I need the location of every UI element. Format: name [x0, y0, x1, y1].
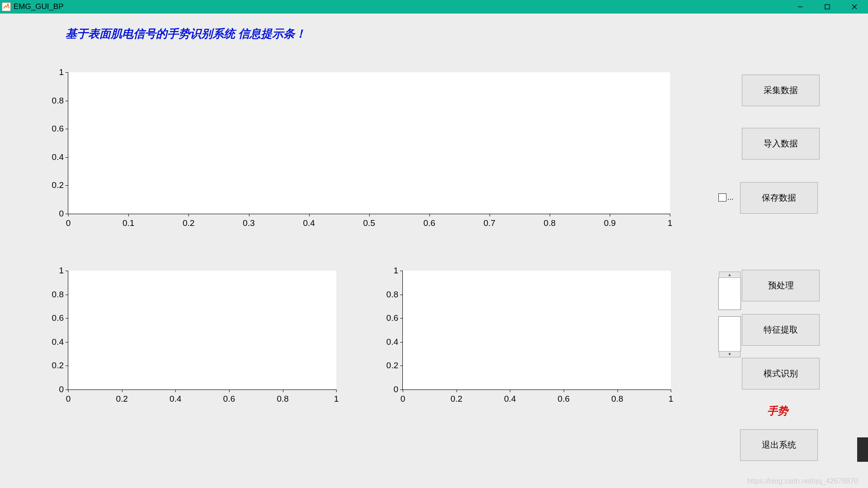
watermark-text: https://blog.csdn.net/qq_42676870 — [747, 477, 858, 485]
ytick: 1 — [393, 266, 403, 276]
pattern-recognize-button[interactable]: 模式识别 — [742, 358, 820, 389]
checkbox-label: ... — [727, 193, 733, 202]
xtick: 0.8 — [544, 214, 556, 228]
xtick: 0.6 — [423, 214, 435, 228]
window-titlebar: EMG_GUI_BP — [0, 0, 868, 14]
xtick: 0.2 — [450, 389, 462, 404]
minimize-icon — [797, 4, 803, 10]
xtick: 1 — [669, 389, 674, 404]
xtick: 0 — [66, 389, 71, 404]
save-data-button[interactable]: 保存数据 — [740, 182, 818, 214]
axes-bottom-right[interactable]: 0 0.2 0.4 0.6 0.8 1 0 0.2 0.4 0.6 0.8 1 — [402, 271, 671, 390]
close-icon — [851, 4, 858, 10]
ytick: 0.4 — [387, 337, 403, 347]
ytick: 1 — [59, 67, 68, 77]
ytick: 0.8 — [52, 290, 68, 300]
ytick: 0.4 — [52, 152, 68, 162]
window-controls — [787, 0, 868, 14]
window-title: EMG_GUI_BP — [14, 2, 64, 11]
listbox-2[interactable]: ▼ — [718, 316, 741, 352]
xtick: 0.3 — [243, 214, 255, 228]
chevron-up-icon[interactable]: ▲ — [719, 272, 741, 278]
xtick: 0.9 — [604, 214, 616, 228]
ytick: 0.4 — [52, 337, 68, 347]
maximize-button[interactable] — [814, 0, 841, 14]
ytick: 0.6 — [52, 124, 68, 134]
side-floating-tab[interactable] — [857, 437, 868, 462]
axes-bottom-left[interactable]: 0 0.2 0.4 0.6 0.8 1 0 0.2 0.4 0.6 0.8 1 — [68, 271, 336, 390]
gesture-result-label: 手势 — [767, 404, 788, 418]
ytick: 0.6 — [387, 313, 403, 323]
info-banner: 基于表面肌电信号的手势识别系统 信息提示条！ — [66, 26, 306, 41]
ytick: 0.8 — [52, 96, 68, 106]
xtick: 0.4 — [504, 389, 516, 404]
ytick: 0.2 — [387, 361, 403, 371]
feature-extract-button[interactable]: 特征提取 — [742, 314, 820, 346]
ytick: 0.8 — [387, 290, 403, 300]
collect-data-button[interactable]: 采集数据 — [742, 75, 820, 106]
xtick: 0.1 — [123, 214, 134, 228]
minimize-button[interactable] — [787, 0, 814, 14]
close-button[interactable] — [841, 0, 868, 14]
xtick: 0.2 — [116, 389, 127, 404]
xtick: 0.7 — [483, 214, 495, 228]
ytick: 1 — [59, 266, 68, 276]
xtick: 0.5 — [363, 214, 375, 228]
checkbox-box-icon — [718, 193, 726, 202]
ytick: 0.2 — [52, 361, 68, 371]
axes-top[interactable]: 0 0.2 0.4 0.6 0.8 1 0 0.1 0.2 0.3 0.4 0.… — [68, 72, 670, 214]
save-data-checkbox[interactable]: ... — [718, 193, 733, 202]
xtick: 0.2 — [183, 214, 194, 228]
matlab-app-icon — [2, 2, 11, 11]
xtick: 0.8 — [277, 389, 288, 404]
xtick: 0.8 — [611, 389, 623, 404]
xtick: 1 — [668, 214, 673, 228]
xtick: 0.4 — [170, 389, 181, 404]
preprocess-button[interactable]: 预处理 — [742, 270, 820, 301]
ytick: 0.6 — [52, 313, 68, 323]
exit-system-button[interactable]: 退出系统 — [740, 429, 818, 461]
svg-rect-1 — [825, 5, 830, 9]
import-data-button[interactable]: 导入数据 — [742, 128, 820, 160]
xtick: 1 — [334, 389, 339, 404]
xtick: 0.4 — [303, 214, 315, 228]
xtick: 0 — [66, 214, 71, 228]
xtick: 0.6 — [558, 389, 570, 404]
maximize-icon — [824, 4, 830, 10]
ytick: 0.2 — [52, 180, 68, 190]
listbox-1[interactable]: ▲ — [718, 277, 741, 310]
xtick: 0 — [401, 389, 406, 404]
xtick: 0.6 — [223, 389, 235, 404]
chevron-down-icon[interactable]: ▼ — [719, 351, 741, 357]
